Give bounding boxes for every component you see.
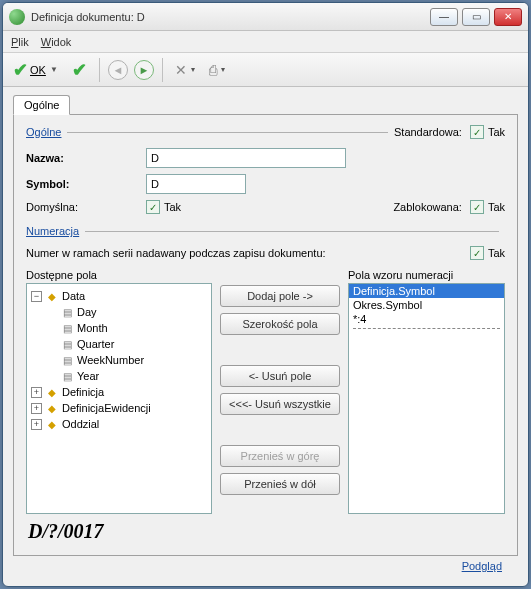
- domyslna-value: Tak: [164, 201, 181, 213]
- diamond-icon: ◆: [45, 291, 59, 302]
- szerokosc-pola-button[interactable]: Szerokość pola: [220, 313, 340, 335]
- zablokowana-label: Zablokowana:: [393, 201, 462, 213]
- symbol-label: Symbol:: [26, 178, 146, 190]
- list-item[interactable]: Okres.Symbol: [349, 298, 504, 312]
- list-item[interactable]: *:4: [349, 312, 504, 326]
- tree-node-label: WeekNumber: [77, 354, 144, 366]
- tools-button[interactable]: ✕▾: [171, 60, 199, 80]
- expand-icon[interactable]: +: [31, 419, 42, 430]
- close-button[interactable]: ✕: [494, 8, 522, 26]
- domyslna-label: Domyślna:: [26, 201, 146, 213]
- fields-tree[interactable]: − ◆ Data ▤Day▤Month▤Quarter▤WeekNumber▤Y…: [26, 283, 212, 514]
- ok-label: OK: [30, 64, 46, 76]
- check-icon: ✔: [72, 59, 87, 81]
- result-preview: D/?/0017: [26, 514, 505, 545]
- tree-node-label: Month: [77, 322, 108, 334]
- dostepne-pola-label: Dostępne pola: [26, 269, 212, 281]
- standardowa-label: Standardowa:: [394, 126, 462, 138]
- chevron-down-icon[interactable]: ▼: [50, 65, 58, 74]
- series-value: Tak: [488, 247, 505, 259]
- tree-node-label: DefinicjaEwidencji: [62, 402, 151, 414]
- app-icon: [9, 9, 25, 25]
- tree-node-child[interactable]: ▤Month: [31, 320, 207, 336]
- tree-node-sibling[interactable]: +◆Definicja: [31, 384, 207, 400]
- print-button[interactable]: ⎙▾: [205, 60, 229, 80]
- window-title: Definicja dokumentu: D: [31, 11, 430, 23]
- diamond-icon: ◆: [45, 403, 59, 414]
- tree-node-label: Year: [77, 370, 99, 382]
- tree-node-label: Day: [77, 306, 97, 318]
- domyslna-checkbox[interactable]: ✓: [146, 200, 160, 214]
- menu-widok[interactable]: Widok: [41, 36, 72, 48]
- list-item[interactable]: Definicja.Symbol: [349, 284, 504, 298]
- tree-node-label: Data: [62, 290, 85, 302]
- menu-plik[interactable]: Plik: [11, 36, 29, 48]
- ok-button[interactable]: ✔ OK ▼: [9, 57, 62, 83]
- field-icon: ▤: [60, 355, 74, 366]
- przenies-dol-button[interactable]: Przenieś w dół: [220, 473, 340, 495]
- diamond-icon: ◆: [45, 387, 59, 398]
- field-icon: ▤: [60, 371, 74, 382]
- toolbar: ✔ OK ▼ ✔ ◄ ► ✕▾ ⎙▾: [3, 53, 528, 87]
- expand-icon[interactable]: +: [31, 403, 42, 414]
- series-checkbox[interactable]: ✓: [470, 246, 484, 260]
- section-ogolne-link[interactable]: Ogólne: [26, 126, 61, 138]
- section-line: [67, 132, 388, 133]
- tree-node-data[interactable]: − ◆ Data: [31, 288, 207, 304]
- collapse-icon[interactable]: −: [31, 291, 42, 302]
- printer-icon: ⎙: [209, 62, 217, 78]
- tree-node-label: Quarter: [77, 338, 114, 350]
- tools-icon: ✕: [175, 62, 187, 78]
- menubar: Plik Widok: [3, 31, 528, 53]
- standardowa-value: Tak: [488, 126, 505, 138]
- diamond-icon: ◆: [45, 419, 59, 430]
- apply-button[interactable]: ✔: [68, 57, 91, 83]
- nav-forward-button[interactable]: ►: [134, 60, 154, 80]
- pola-wzoru-label: Pola wzoru numeracji: [348, 269, 505, 281]
- window: Definicja dokumentu: D — ▭ ✕ Plik Widok …: [2, 2, 529, 587]
- content-area: Ogólne Ogólne Standardowa: ✓ Tak Nazwa: …: [3, 87, 528, 586]
- zablokowana-checkbox[interactable]: ✓: [470, 200, 484, 214]
- section-numeracja-link[interactable]: Numeracja: [26, 225, 79, 237]
- chevron-down-icon[interactable]: ▾: [221, 65, 225, 74]
- podglad-link[interactable]: Podgląd: [462, 560, 502, 572]
- tree-node-child[interactable]: ▤Day: [31, 304, 207, 320]
- tree-node-label: Oddzial: [62, 418, 99, 430]
- panel-ogolne: Ogólne Standardowa: ✓ Tak Nazwa: Symbol:…: [13, 114, 518, 556]
- tree-node-child[interactable]: ▤WeekNumber: [31, 352, 207, 368]
- standardowa-checkbox[interactable]: ✓: [470, 125, 484, 139]
- minimize-button[interactable]: —: [430, 8, 458, 26]
- tab-ogolne[interactable]: Ogólne: [13, 95, 70, 115]
- list-separator: [353, 328, 500, 329]
- field-icon: ▤: [60, 323, 74, 334]
- maximize-button[interactable]: ▭: [462, 8, 490, 26]
- tree-node-sibling[interactable]: +◆Oddzial: [31, 416, 207, 432]
- field-icon: ▤: [60, 339, 74, 350]
- tree-node-child[interactable]: ▤Quarter: [31, 336, 207, 352]
- separator: [162, 58, 163, 82]
- field-icon: ▤: [60, 307, 74, 318]
- series-label: Numer w ramach serii nadawany podczas za…: [26, 247, 326, 259]
- tree-node-label: Definicja: [62, 386, 104, 398]
- section-line: [85, 231, 499, 232]
- expand-icon[interactable]: +: [31, 387, 42, 398]
- usun-pole-button[interactable]: <- Usuń pole: [220, 365, 340, 387]
- nav-back-button[interactable]: ◄: [108, 60, 128, 80]
- check-icon: ✔: [13, 59, 28, 81]
- separator: [99, 58, 100, 82]
- tabstrip: Ogólne: [13, 93, 518, 115]
- dodaj-pole-button[interactable]: Dodaj pole ->: [220, 285, 340, 307]
- usun-wszystkie-button[interactable]: <<<- Usuń wszystkie: [220, 393, 340, 415]
- tree-node-sibling[interactable]: +◆DefinicjaEwidencji: [31, 400, 207, 416]
- zablokowana-value: Tak: [488, 201, 505, 213]
- titlebar[interactable]: Definicja dokumentu: D — ▭ ✕: [3, 3, 528, 31]
- pattern-listbox[interactable]: Definicja.SymbolOkres.Symbol*:4: [348, 283, 505, 514]
- tree-node-child[interactable]: ▤Year: [31, 368, 207, 384]
- chevron-down-icon[interactable]: ▾: [191, 65, 195, 74]
- nazwa-input[interactable]: [146, 148, 346, 168]
- nazwa-label: Nazwa:: [26, 152, 146, 164]
- przenies-gore-button[interactable]: Przenieś w górę: [220, 445, 340, 467]
- symbol-input[interactable]: [146, 174, 246, 194]
